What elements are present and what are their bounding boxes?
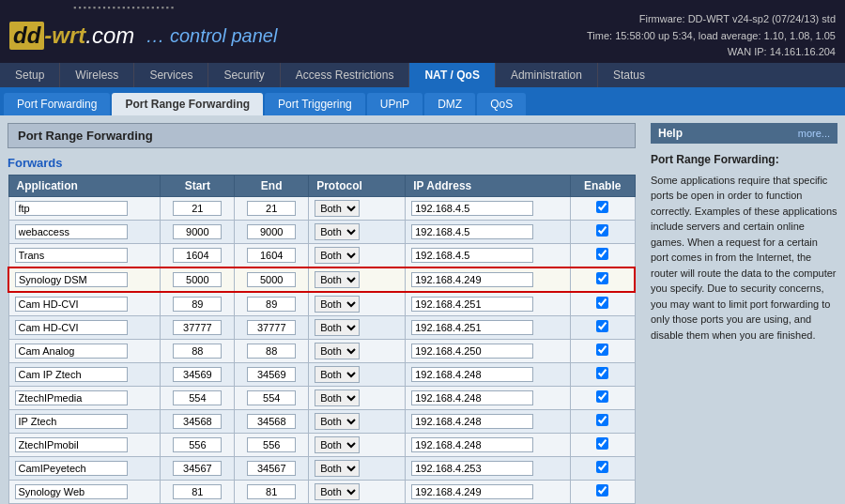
input-ip[interactable] — [411, 248, 533, 263]
input-end[interactable] — [247, 272, 296, 287]
select-protocol[interactable]: Both TCP UDP — [315, 247, 360, 264]
nav-tab-nat-qos[interactable]: NAT / QoS — [409, 63, 495, 87]
input-end[interactable] — [247, 224, 296, 239]
input-start[interactable] — [173, 484, 222, 499]
sub-tab-port-triggering[interactable]: Port Triggering — [265, 93, 365, 115]
nav-tab-access-restrictions[interactable]: Access Restrictions — [281, 63, 410, 87]
input-app[interactable] — [15, 367, 128, 382]
input-ip[interactable] — [411, 344, 533, 359]
input-ip[interactable] — [411, 414, 533, 429]
input-start[interactable] — [173, 272, 222, 287]
nav-tab-security[interactable]: Security — [208, 63, 280, 87]
input-app[interactable] — [15, 390, 128, 405]
sub-tab-port-forwarding[interactable]: Port Forwarding — [4, 93, 110, 115]
input-start[interactable] — [173, 414, 222, 429]
input-ip[interactable] — [411, 437, 533, 452]
input-app[interactable] — [15, 437, 128, 452]
input-start[interactable] — [173, 390, 222, 405]
input-start[interactable] — [173, 344, 222, 359]
checkbox-enable[interactable] — [596, 437, 608, 450]
cell-start — [161, 409, 235, 433]
input-ip[interactable] — [411, 484, 533, 499]
input-end[interactable] — [247, 248, 296, 263]
nav-tab-setup[interactable]: Setup — [0, 63, 60, 87]
input-ip[interactable] — [411, 461, 533, 476]
select-protocol[interactable]: Both TCP UDP — [315, 296, 360, 313]
input-app[interactable] — [15, 248, 128, 263]
select-protocol[interactable]: Both TCP UDP — [315, 460, 360, 477]
input-ip[interactable] — [411, 390, 533, 405]
input-start[interactable] — [173, 224, 222, 239]
input-end[interactable] — [247, 297, 296, 312]
input-ip[interactable] — [411, 367, 533, 382]
select-protocol[interactable]: Both TCP UDP — [315, 200, 360, 217]
cell-start — [161, 362, 235, 386]
table-row: Both TCP UDP — [8, 196, 635, 220]
input-ip[interactable] — [411, 320, 533, 335]
nav-tab-wireless[interactable]: Wireless — [60, 63, 134, 87]
input-app[interactable] — [15, 461, 128, 476]
checkbox-enable[interactable] — [596, 344, 608, 356]
input-start[interactable] — [173, 367, 222, 382]
input-start[interactable] — [173, 201, 222, 216]
checkbox-enable[interactable] — [596, 272, 608, 284]
input-end[interactable] — [247, 320, 296, 335]
select-protocol[interactable]: Both TCP UDP — [315, 413, 360, 430]
input-app[interactable] — [15, 272, 128, 287]
input-end[interactable] — [247, 344, 296, 359]
input-app[interactable] — [15, 224, 128, 239]
input-app[interactable] — [15, 201, 128, 216]
select-protocol[interactable]: Both TCP UDP — [315, 223, 360, 240]
input-start[interactable] — [173, 461, 222, 476]
nav-tab-services[interactable]: Services — [134, 63, 208, 87]
checkbox-enable[interactable] — [596, 461, 608, 473]
cell-end — [235, 292, 309, 316]
input-start[interactable] — [173, 320, 222, 335]
checkbox-enable[interactable] — [596, 390, 608, 403]
input-app[interactable] — [15, 320, 128, 335]
input-ip[interactable] — [411, 297, 533, 312]
input-start[interactable] — [173, 297, 222, 312]
input-start[interactable] — [173, 437, 222, 452]
cell-app — [8, 220, 161, 243]
checkbox-enable[interactable] — [596, 248, 608, 260]
checkbox-enable[interactable] — [596, 367, 608, 379]
input-end[interactable] — [247, 461, 296, 476]
checkbox-enable[interactable] — [596, 320, 608, 332]
select-protocol[interactable]: Both TCP UDP — [315, 343, 360, 359]
input-app[interactable] — [15, 344, 128, 359]
input-end[interactable] — [247, 367, 296, 382]
input-end[interactable] — [247, 414, 296, 429]
input-ip[interactable] — [411, 201, 533, 216]
input-end[interactable] — [247, 484, 296, 499]
input-ip[interactable] — [411, 272, 533, 287]
sub-tab-dmz[interactable]: DMZ — [424, 93, 475, 115]
select-protocol[interactable]: Both TCP UDP — [315, 271, 360, 288]
input-end[interactable] — [247, 390, 296, 405]
select-protocol[interactable]: Both TCP UDP — [315, 389, 360, 406]
input-app[interactable] — [15, 414, 128, 429]
checkbox-enable[interactable] — [596, 201, 608, 213]
nav-tab-administration[interactable]: Administration — [496, 63, 598, 87]
sub-tab-qos[interactable]: QoS — [477, 93, 526, 115]
checkbox-enable[interactable] — [596, 224, 608, 237]
input-app[interactable] — [15, 297, 128, 312]
cell-end — [235, 196, 309, 220]
sub-tab-upnp[interactable]: UPnP — [367, 93, 422, 115]
nav-tab-status[interactable]: Status — [598, 63, 660, 87]
input-ip[interactable] — [411, 224, 533, 239]
input-app[interactable] — [15, 484, 128, 499]
input-start[interactable] — [173, 248, 222, 263]
input-end[interactable] — [247, 201, 296, 216]
cell-app — [8, 243, 161, 267]
select-protocol[interactable]: Both TCP UDP — [315, 483, 360, 500]
checkbox-enable[interactable] — [596, 484, 608, 496]
select-protocol[interactable]: Both TCP UDP — [315, 436, 360, 453]
checkbox-enable[interactable] — [596, 414, 608, 426]
help-more-link[interactable]: more... — [798, 128, 830, 139]
select-protocol[interactable]: Both TCP UDP — [315, 319, 360, 336]
checkbox-enable[interactable] — [596, 297, 608, 309]
select-protocol[interactable]: Both TCP UDP — [315, 366, 360, 383]
sub-tab-port-range-forwarding[interactable]: Port Range Forwarding — [112, 93, 263, 115]
input-end[interactable] — [247, 437, 296, 452]
